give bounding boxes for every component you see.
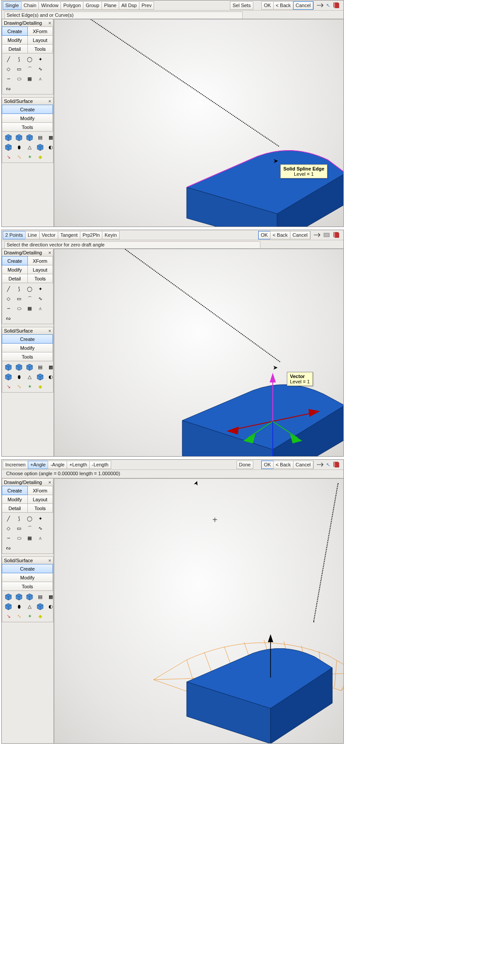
cancel-button[interactable]: Cancel xyxy=(293,461,313,469)
tools-button[interactable]: Tools xyxy=(27,503,53,513)
btn-all-dsp[interactable]: All Dsp xyxy=(119,1,139,10)
axis-icon[interactable]: ↘ xyxy=(4,152,13,161)
close-icon[interactable]: × xyxy=(49,558,51,563)
ok-button[interactable]: OK xyxy=(261,461,274,469)
tools-button[interactable]: Tools xyxy=(27,44,53,53)
back-button[interactable]: < Back xyxy=(270,231,290,239)
create-button[interactable]: Create xyxy=(2,334,53,344)
modify-button[interactable]: Modify xyxy=(2,35,28,45)
viewport[interactable]: ➤ Vector Level = 1 xyxy=(54,249,343,456)
done-button[interactable]: Done xyxy=(237,461,253,469)
layout-button[interactable]: Layout xyxy=(27,265,53,274)
cursor-icon[interactable]: ↖ xyxy=(326,3,330,8)
btn-window[interactable]: Window xyxy=(38,1,61,10)
swap-icon[interactable] xyxy=(316,2,323,9)
curve-icon[interactable]: ⟑ xyxy=(35,74,45,83)
modify-button[interactable]: Modify xyxy=(2,573,53,582)
xform-button[interactable]: XForm xyxy=(27,256,53,265)
wedge-icon[interactable] xyxy=(4,143,13,151)
swap-icon[interactable] xyxy=(313,231,320,238)
close-icon[interactable]: × xyxy=(49,250,51,255)
ellipse-icon[interactable]: ⬭ xyxy=(14,74,24,83)
btn-increment[interactable]: Incremen xyxy=(3,461,28,469)
close-icon[interactable]: × xyxy=(49,98,51,104)
axis-icon[interactable]: ⤡ xyxy=(14,152,24,161)
line-icon[interactable]: ╱ xyxy=(4,55,13,64)
close-icon[interactable]: × xyxy=(49,328,51,333)
btn-polygon[interactable]: Polygon xyxy=(60,1,83,10)
btn-minus-angle[interactable]: -Angle xyxy=(48,461,67,469)
tools-button[interactable]: Tools xyxy=(2,352,53,361)
btn-2points[interactable]: 2 Points xyxy=(3,231,26,239)
tools-button[interactable]: Tools xyxy=(2,582,53,591)
circle-icon[interactable]: ◯ xyxy=(25,55,34,64)
rect-icon[interactable]: ▭ xyxy=(14,64,24,73)
detail-button[interactable]: Detail xyxy=(2,503,28,513)
arc-icon[interactable]: ⟆ xyxy=(14,55,24,64)
back-button[interactable]: < Back xyxy=(273,1,293,10)
sweep-icon[interactable] xyxy=(35,143,45,151)
btn-keyin[interactable]: Keyin xyxy=(102,231,120,239)
cube-icon[interactable] xyxy=(25,133,34,142)
viewport[interactable]: ➤ Solid Spline Edge Level = 1 xyxy=(54,19,343,227)
modify-button[interactable]: Modify xyxy=(2,495,28,504)
btn-minus-length[interactable]: -Length xyxy=(89,461,111,469)
btn-tangent[interactable]: Tangent xyxy=(58,231,80,239)
cancel-button[interactable]: Cancel xyxy=(290,231,310,239)
cube-icon[interactable] xyxy=(14,133,24,142)
back-button[interactable]: < Back xyxy=(273,461,293,469)
cone-icon[interactable]: △ xyxy=(25,143,34,151)
tools-button[interactable]: Tools xyxy=(2,122,53,132)
viewport[interactable]: + ➤ xyxy=(54,478,343,743)
layout-button[interactable]: Layout xyxy=(27,495,53,504)
book-icon[interactable] xyxy=(333,461,340,468)
xform-button[interactable]: XForm xyxy=(27,486,53,495)
cyl-icon[interactable]: ⬮ xyxy=(14,143,24,151)
layout-button[interactable]: Layout xyxy=(27,35,53,45)
btn-sel-sets[interactable]: Sel Sets xyxy=(230,1,253,10)
swap-icon[interactable] xyxy=(316,461,323,468)
create-button[interactable]: Create xyxy=(2,256,28,265)
create-button[interactable]: Create xyxy=(2,105,53,114)
btn-single[interactable]: Single xyxy=(3,1,22,10)
detail-button[interactable]: Detail xyxy=(2,44,28,53)
modify-button[interactable]: Modify xyxy=(2,265,28,274)
ok-button[interactable]: OK xyxy=(258,231,271,239)
xform-button[interactable]: XForm xyxy=(27,26,53,36)
sheet-icon[interactable]: ▤ xyxy=(35,133,45,142)
btn-plus-length[interactable]: +Length xyxy=(67,461,90,469)
plane-icon[interactable] xyxy=(323,231,330,238)
create-button[interactable]: Create xyxy=(2,486,28,495)
btn-plus-angle[interactable]: +Angle xyxy=(28,461,49,469)
cursor-icon[interactable]: ↖ xyxy=(326,462,330,468)
conic-icon[interactable]: ∽ xyxy=(4,74,13,83)
detail-button[interactable]: Detail xyxy=(2,274,28,283)
btn-group[interactable]: Group xyxy=(83,1,102,10)
btn-line[interactable]: Line xyxy=(25,231,40,239)
fillet-icon[interactable]: ⌒ xyxy=(25,64,34,73)
close-icon[interactable]: × xyxy=(49,20,51,26)
book-icon[interactable] xyxy=(333,231,340,238)
ok-button[interactable]: OK xyxy=(261,1,274,10)
point-icon[interactable]: ✦ xyxy=(35,55,45,64)
create-button[interactable]: Create xyxy=(2,26,28,36)
btn-prp2pln[interactable]: Prp2Pln xyxy=(80,231,102,239)
modify-button[interactable]: Modify xyxy=(2,343,53,352)
sketch-icon[interactable]: ᔓ xyxy=(4,84,13,93)
btn-plane[interactable]: Plane xyxy=(102,1,119,10)
create-button[interactable]: Create xyxy=(2,564,53,573)
btn-chain[interactable]: Chain xyxy=(21,1,39,10)
spline-icon[interactable]: ∿ xyxy=(35,64,45,73)
hatch-icon[interactable]: ▦ xyxy=(25,74,34,83)
axis-icon[interactable]: ✶ xyxy=(25,152,34,161)
cancel-button[interactable]: Cancel xyxy=(293,1,313,10)
dim-icon[interactable]: ◇ xyxy=(4,64,13,73)
book-icon[interactable] xyxy=(333,2,340,9)
btn-vector[interactable]: Vector xyxy=(39,231,58,239)
cube-icon[interactable] xyxy=(4,133,13,142)
tools-button[interactable]: Tools xyxy=(27,274,53,283)
close-icon[interactable]: × xyxy=(49,480,51,485)
plane-tool-icon[interactable]: ◆ xyxy=(35,152,45,161)
modify-button[interactable]: Modify xyxy=(2,114,53,123)
btn-prev[interactable]: Prev xyxy=(139,1,154,10)
